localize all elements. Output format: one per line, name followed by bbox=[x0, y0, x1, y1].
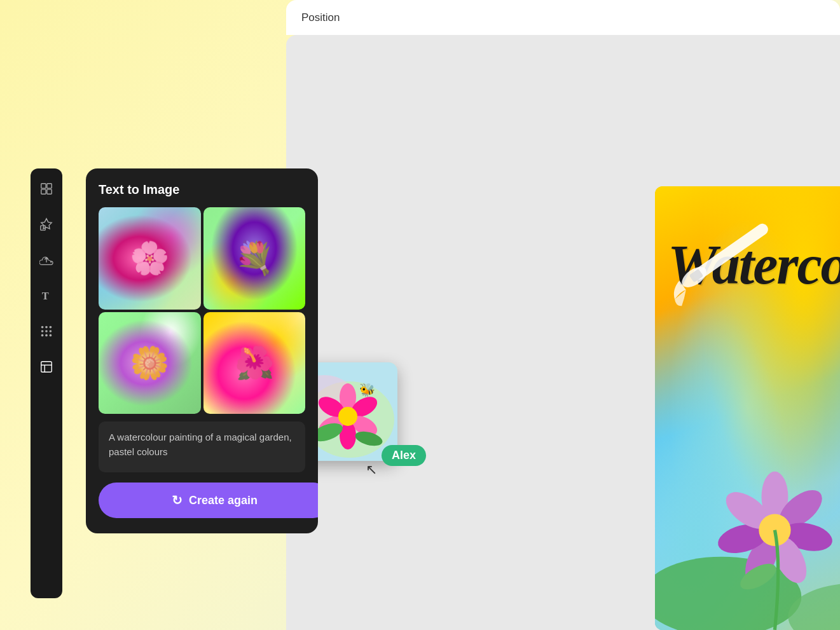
svg-rect-57 bbox=[41, 184, 46, 188]
tti-title: Text to Image bbox=[99, 182, 305, 197]
svg-point-63 bbox=[41, 326, 44, 329]
svg-text:🐝: 🐝 bbox=[359, 382, 375, 397]
sidebar-icon-apps[interactable] bbox=[38, 322, 55, 340]
generated-image-3[interactable] bbox=[99, 312, 201, 414]
tti-panel: Text to Image A watercolour painting of … bbox=[86, 168, 318, 533]
prompt-area: A watercolour painting of a magical gard… bbox=[99, 421, 305, 472]
position-label: Position bbox=[301, 11, 340, 24]
paintbrush-icon bbox=[656, 205, 821, 322]
svg-rect-60 bbox=[47, 189, 52, 194]
flowers-decoration: 🐝 bbox=[655, 364, 840, 630]
cursor-arrow: ↖ bbox=[366, 462, 377, 478]
svg-point-68 bbox=[50, 330, 52, 332]
svg-text:T: T bbox=[42, 290, 49, 302]
create-again-button[interactable]: ↻ Create again bbox=[99, 483, 318, 518]
svg-point-70 bbox=[45, 334, 48, 337]
svg-point-66 bbox=[41, 330, 44, 332]
watercolour-canvas: Watercolour bbox=[655, 186, 840, 630]
sidebar-icon-cloud[interactable] bbox=[38, 251, 55, 269]
svg-rect-72 bbox=[41, 362, 52, 373]
alex-user-label: Alex bbox=[382, 445, 426, 466]
canvas-area: Watercolour bbox=[286, 35, 840, 630]
svg-rect-58 bbox=[47, 184, 52, 188]
sidebar-icon-template[interactable] bbox=[38, 358, 55, 376]
svg-rect-59 bbox=[41, 189, 46, 194]
svg-point-64 bbox=[45, 326, 48, 329]
svg-point-53 bbox=[338, 407, 357, 426]
refresh-icon: ↻ bbox=[172, 493, 182, 508]
generated-image-1[interactable] bbox=[99, 207, 201, 310]
svg-point-67 bbox=[45, 330, 48, 332]
svg-point-69 bbox=[41, 334, 44, 337]
sidebar-icon-shapes[interactable] bbox=[38, 216, 55, 233]
prompt-text: A watercolour painting of a magical gard… bbox=[109, 430, 295, 459]
svg-point-65 bbox=[50, 326, 52, 329]
create-button-label: Create again bbox=[189, 494, 258, 507]
sidebar-icon-text[interactable]: T bbox=[38, 287, 55, 305]
generated-image-4[interactable] bbox=[203, 312, 306, 414]
generated-image-2[interactable] bbox=[203, 207, 306, 310]
sidebar-icon-layout[interactable] bbox=[38, 180, 55, 198]
svg-point-71 bbox=[50, 334, 52, 337]
position-bar: Position bbox=[286, 0, 840, 35]
tti-header: Text to Image bbox=[86, 168, 318, 207]
image-grid bbox=[86, 207, 318, 414]
sidebar: T bbox=[31, 168, 62, 598]
